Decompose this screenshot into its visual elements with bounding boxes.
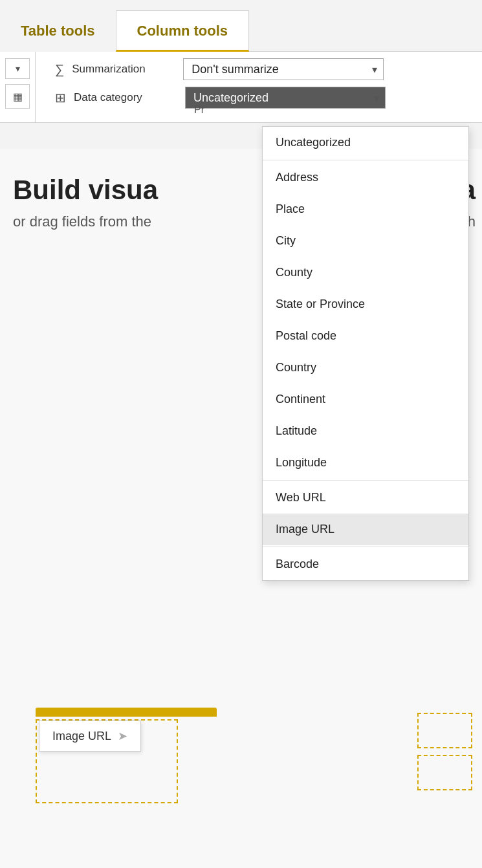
tab-table-tools[interactable]: Table tools (0, 11, 116, 52)
menu-item-web-url[interactable]: Web URL (263, 482, 468, 514)
menu-item-continent[interactable]: Continent (263, 384, 468, 415)
ribbon: ▾ ▦ ∑ Summarization Don't summarize Sum … (0, 52, 482, 123)
tab-bar: Table tools Column tools (0, 0, 482, 52)
collapse-button[interactable]: ▾ (5, 58, 30, 79)
left-icon-button[interactable]: ▦ (5, 84, 30, 109)
menu-item-postal-code[interactable]: Postal code (263, 320, 468, 352)
menu-item-place[interactable]: Place (263, 193, 468, 225)
partial-label: Pr (194, 104, 204, 116)
summarization-row: ∑ Summarization Don't summarize Sum Aver… (55, 58, 469, 80)
sigma-icon: ∑ (55, 62, 64, 77)
dashed-box-right-1 (417, 713, 472, 748)
build-visual-sub-left: or drag fields from the (13, 213, 151, 230)
build-visual-text-left: Build visua (13, 175, 158, 206)
menu-item-barcode[interactable]: Barcode (263, 548, 468, 580)
menu-item-country[interactable]: Country (263, 352, 468, 384)
data-category-select-wrapper[interactable]: Uncategorized (185, 87, 386, 109)
menu-item-state-or-province[interactable]: State or Province (263, 288, 468, 320)
data-category-row: ⊞ Data category Uncategorized (55, 87, 469, 109)
summarization-select[interactable]: Don't summarize Sum Average (183, 58, 384, 80)
divider-2 (263, 480, 468, 481)
data-category-select[interactable]: Uncategorized (185, 87, 386, 109)
menu-item-latitude[interactable]: Latitude (263, 415, 468, 447)
data-category-dropdown-menu: Uncategorized Address Place City County … (262, 126, 469, 581)
data-category-label: Data category (74, 91, 177, 104)
menu-item-address[interactable]: Address (263, 162, 468, 193)
menu-item-city[interactable]: City (263, 225, 468, 257)
menu-item-uncategorized[interactable]: Uncategorized (263, 127, 468, 158)
tab-column-tools[interactable]: Column tools (116, 10, 250, 52)
summarization-select-wrapper[interactable]: Don't summarize Sum Average (183, 58, 384, 80)
divider-3 (263, 547, 468, 547)
menu-item-county[interactable]: County (263, 257, 468, 288)
table-icon: ⊞ (55, 90, 66, 105)
image-url-tooltip-label: Image URL (52, 730, 111, 743)
chevron-down-icon: ▾ (16, 63, 20, 74)
divider-1 (263, 160, 468, 160)
menu-item-image-url[interactable]: Image URL (263, 514, 468, 545)
menu-item-longitude[interactable]: Longitude (263, 447, 468, 479)
arrow-right-icon: ➤ (118, 729, 127, 743)
image-url-tooltip: Image URL ➤ (39, 721, 141, 752)
grid-icon: ▦ (13, 91, 23, 103)
dashed-boxes-right (417, 713, 472, 790)
dashed-box-right-2 (417, 755, 472, 790)
yellow-top-bar (36, 708, 217, 717)
summarization-label: Summarization (72, 63, 175, 76)
